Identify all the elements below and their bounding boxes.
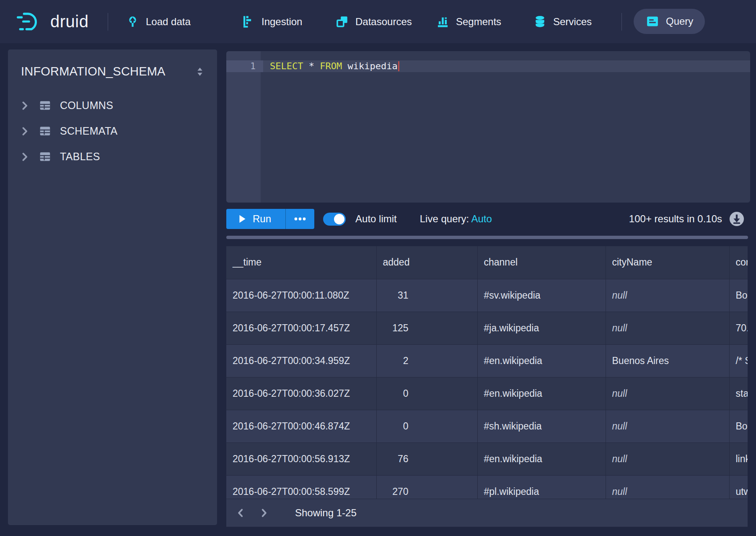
cell-__time[interactable]: 2016-06-27T00:00:17.457Z	[226, 312, 376, 344]
run-button-label: Run	[253, 213, 271, 225]
next-page-button[interactable]	[255, 504, 273, 522]
druid-logo-icon	[16, 11, 44, 33]
live-query: Live query: Auto	[420, 213, 492, 225]
column-header-comment[interactable]: comment	[729, 246, 748, 279]
cell-__time[interactable]: 2016-06-27T00:00:58.599Z	[226, 475, 376, 499]
table-icon	[39, 99, 52, 112]
download-results-button[interactable]	[729, 211, 744, 226]
run-more-button[interactable]	[285, 209, 314, 229]
brand-name: druid	[50, 12, 88, 31]
cell-channel[interactable]: #en.wikipedia	[477, 377, 606, 410]
double-caret-vertical-icon[interactable]	[194, 66, 205, 77]
segments-icon	[436, 15, 450, 29]
cell-cityName[interactable]: null	[606, 279, 729, 312]
column-header-added[interactable]: added	[376, 246, 477, 279]
table-row: 2016-06-27T00:00:34.959Z2#en.wikipediaBu…	[226, 344, 748, 377]
cell-cityName[interactable]: null	[606, 475, 729, 499]
cell-cityName[interactable]: Buenos Aires	[606, 344, 729, 377]
nav-item-ingestion[interactable]: Ingestion	[241, 0, 302, 43]
table-icon	[39, 150, 52, 163]
sidebar-item-columns[interactable]: COLUMNS	[8, 93, 217, 118]
cell-channel[interactable]: #ja.wikipedia	[477, 312, 606, 344]
nav-item-services[interactable]: Services	[533, 0, 592, 43]
cell-comment[interactable]: Bot	[729, 410, 748, 442]
pagination-status: Showing 1-25	[295, 507, 357, 519]
druid-console: druid Load dataIngestionDatasourcesSegme…	[0, 0, 756, 536]
run-button-group: Run	[226, 209, 314, 229]
live-query-value[interactable]: Auto	[471, 213, 492, 224]
cell-__time[interactable]: 2016-06-27T00:00:34.959Z	[226, 344, 376, 377]
table-row: 2016-06-27T00:00:46.874Z0#sh.wikipedianu…	[226, 410, 748, 442]
auto-limit-label: Auto limit	[355, 213, 397, 225]
run-toolbar: Run Auto limit Live query: Auto 100+ res…	[226, 209, 750, 229]
nav-item-datasources[interactable]: Datasources	[335, 0, 412, 43]
nav-item-label: Services	[553, 16, 592, 28]
cell-cityName[interactable]: null	[606, 410, 729, 442]
cell-added[interactable]: 0	[376, 410, 477, 442]
sql-text[interactable]: SELECT * FROM wikipedia	[270, 60, 399, 72]
nav-item-segments[interactable]: Segments	[436, 0, 501, 43]
cell-comment[interactable]: Bot	[729, 279, 748, 312]
cell-cityName[interactable]: null	[606, 312, 729, 344]
previous-page-button[interactable]	[231, 504, 250, 522]
cell-comment[interactable]: link	[729, 442, 748, 475]
cell-comment[interactable]: /* S	[729, 344, 748, 377]
chevron-right-icon[interactable]	[20, 126, 30, 136]
nav-divider	[621, 13, 622, 31]
cell-added[interactable]: 270	[376, 475, 477, 499]
nav-item-label: Segments	[456, 16, 501, 28]
cell-cityName[interactable]: null	[606, 442, 729, 475]
column-header-channel[interactable]: channel	[477, 246, 606, 279]
cell-added[interactable]: 31	[376, 279, 477, 312]
cell-__time[interactable]: 2016-06-27T00:00:11.080Z	[226, 279, 376, 312]
cell-channel[interactable]: #sh.wikipedia	[477, 410, 606, 442]
cell-comment[interactable]: 70.	[729, 312, 748, 344]
text-cursor	[398, 61, 399, 71]
cell-channel[interactable]: #sv.wikipedia	[477, 279, 606, 312]
nav-item-query[interactable]: Query	[634, 9, 705, 34]
cell-__time[interactable]: 2016-06-27T00:00:36.027Z	[226, 377, 376, 410]
chevron-right-icon[interactable]	[20, 152, 30, 162]
cell-__time[interactable]: 2016-06-27T00:00:56.913Z	[226, 442, 376, 475]
sql-star: *	[303, 61, 320, 71]
cell-comment[interactable]: sta	[729, 377, 748, 410]
cell-added[interactable]: 125	[376, 312, 477, 344]
cell-added[interactable]: 76	[376, 442, 477, 475]
table-name: COLUMNS	[60, 99, 113, 112]
cell-__time[interactable]: 2016-06-27T00:00:46.874Z	[226, 410, 376, 442]
table-name: TABLES	[60, 151, 100, 163]
load-data-icon	[126, 15, 140, 29]
cell-channel[interactable]: #en.wikipedia	[477, 344, 606, 377]
services-icon	[533, 15, 547, 29]
cell-added[interactable]: 0	[376, 377, 477, 410]
cell-cityName[interactable]: null	[606, 377, 729, 410]
query-icon	[645, 14, 660, 29]
cell-comment[interactable]: utw	[729, 475, 748, 499]
column-header-__time[interactable]: __time	[226, 246, 376, 279]
brand[interactable]: druid	[16, 0, 88, 43]
table-row: 2016-06-27T00:00:11.080Z31#sv.wikipedian…	[226, 279, 748, 312]
cell-channel[interactable]: #en.wikipedia	[477, 442, 606, 475]
cell-added[interactable]: 2	[376, 344, 477, 377]
nav-divider	[108, 13, 108, 31]
table-row: 2016-06-27T00:00:56.913Z76#en.wikipedian…	[226, 442, 748, 475]
results-header-row: __timeaddedchannelcityNamecomment	[226, 246, 748, 279]
cell-channel[interactable]: #pl.wikipedia	[477, 475, 606, 499]
schema-header: INFORMATION_SCHEMA	[8, 49, 217, 78]
auto-limit-toggle[interactable]	[323, 213, 346, 226]
editor-gutter	[226, 51, 261, 203]
chevron-right-icon[interactable]	[20, 101, 30, 111]
results-body: 2016-06-27T00:00:11.080Z31#sv.wikipedian…	[226, 279, 748, 499]
run-button[interactable]: Run	[226, 209, 285, 229]
table-row: 2016-06-27T00:00:17.457Z125#ja.wikipedia…	[226, 312, 748, 344]
query-editor[interactable]: 1 SELECT * FROM wikipedia	[226, 51, 750, 203]
sql-keyword: SELECT	[270, 61, 303, 71]
sidebar-item-schemata[interactable]: SCHEMATA	[8, 118, 217, 144]
nav-item-label: Datasources	[355, 16, 412, 28]
nav-item-load-data[interactable]: Load data	[126, 0, 191, 43]
column-header-cityName[interactable]: cityName	[606, 246, 729, 279]
pane-resize-handle[interactable]	[226, 236, 748, 239]
line-number: 1	[226, 60, 256, 72]
sidebar-item-tables[interactable]: TABLES	[8, 144, 217, 169]
live-query-label: Live query:	[420, 213, 469, 224]
